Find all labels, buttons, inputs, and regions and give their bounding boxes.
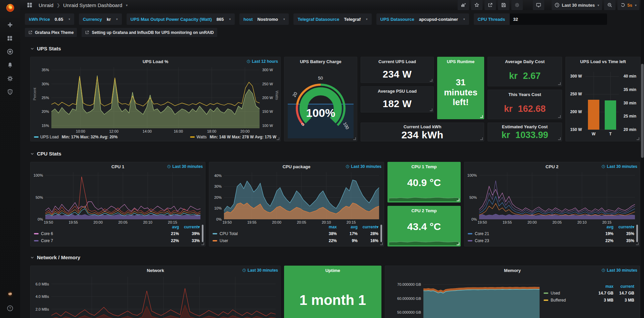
user-avatar[interactable] (4, 290, 16, 299)
explore-icon[interactable] (4, 47, 16, 56)
network-chart: 6.0 MBs4.0 MBs2.0 MBs (51, 277, 276, 318)
link-grafana-plex-theme[interactable]: Grafana Plex Theme (25, 28, 77, 37)
panel-ups-load-percent: UPS Load % Last 12 hours Percent Watts 3… (30, 57, 281, 141)
time-range-badge[interactable]: Last 30 minutes (242, 268, 278, 273)
legend-sort-header[interactable]: max (316, 225, 337, 229)
panel-title[interactable]: This Years Cost (508, 92, 541, 97)
panel-title[interactable]: Network (147, 268, 164, 273)
variable-ups-datasource[interactable]: UPS Datasource apcupsd-container▾ (376, 13, 469, 25)
legend-sort-header[interactable]: avg (158, 225, 179, 229)
legend-sort-header[interactable]: avg (337, 225, 358, 229)
share-dashboard-button[interactable] (485, 0, 496, 10)
scrollbar-thumb[interactable] (641, 64, 644, 158)
add-panel-button[interactable] (458, 0, 469, 10)
variable-kwh-price[interactable]: kWh Price 0.65▾ (25, 13, 74, 25)
section-network-memory[interactable]: Network / Memory (30, 255, 634, 260)
series-color-marker (544, 292, 548, 294)
legend-series-toggle[interactable]: Core 7 (41, 238, 158, 243)
time-range-badge[interactable]: Last 30 minutes (601, 268, 637, 273)
link-ups-monitoring-guide[interactable]: Setting up Grafana and InfluxDB for UPS … (82, 28, 217, 37)
cycle-view-mode-button[interactable] (533, 0, 544, 10)
caret-down-icon: ▾ (229, 17, 231, 21)
panel-title[interactable]: Estimated Yearly Cost (502, 124, 548, 129)
legend-scrollbar[interactable] (380, 225, 382, 242)
legend-scrollbar[interactable] (202, 225, 203, 242)
y-axis-tick: 30 min (624, 101, 636, 105)
configuration-gear-icon[interactable] (4, 74, 16, 83)
breadcrumb-folder[interactable]: Unraid (39, 2, 53, 8)
panel-title[interactable]: UPS Load vs Time left (580, 59, 626, 64)
legend-sort-header[interactable]: current▾ (358, 225, 378, 229)
time-range-badge[interactable]: Last 30 minutes (601, 164, 637, 169)
variable-currency[interactable]: Currency kr▾ (79, 13, 122, 25)
breadcrumb-dashboard-title[interactable]: Unraid System Dashboard (63, 2, 122, 8)
star-dashboard-button[interactable] (471, 0, 482, 10)
create-icon[interactable] (4, 20, 16, 29)
page-scrollbar[interactable] (641, 0, 644, 318)
section-cpu-stats[interactable]: CPU Stats (30, 151, 634, 156)
server-admin-shield-icon[interactable] (4, 88, 16, 96)
panel-title[interactable]: CPU 2 Temp (411, 208, 437, 213)
zoom-out-time-button[interactable] (604, 0, 615, 10)
variable-ups-max-output[interactable]: UPS Max Output Power Capacity (Watt) 865… (127, 13, 235, 25)
variable-telegraf-datasource[interactable]: Telegraf Datasource Telegraf▾ (293, 13, 371, 25)
save-dashboard-button[interactable] (498, 0, 509, 10)
stat-value: 234 W (383, 69, 412, 80)
legend-sort-header[interactable]: current▾ (179, 225, 200, 229)
cpu-threads-input[interactable]: 32 (510, 13, 607, 25)
legend-series-toggle[interactable]: Core 23 (475, 238, 593, 243)
legend-series-toggle[interactable]: UPS Load (40, 135, 59, 139)
y-axis-tick: 0% (216, 217, 222, 221)
refresh-button[interactable]: 5s ▾ (617, 0, 640, 10)
time-range-picker[interactable]: Last 30 minutes ▾ (552, 0, 602, 10)
panel-title[interactable]: CPU 1 Temp (411, 164, 437, 169)
legend-scrollbar[interactable] (636, 225, 638, 242)
panel-title[interactable]: CPU package (282, 164, 310, 169)
uptime-value: 1 month 1 (284, 292, 381, 308)
legend-sort-header[interactable]: max (593, 284, 613, 289)
panel-title[interactable]: Memory (504, 268, 521, 273)
dashboard-grid-icon[interactable] (24, 1, 36, 9)
legend-sort-header[interactable]: avg (593, 225, 613, 229)
help-icon[interactable] (4, 304, 16, 313)
chevron-down-icon (30, 152, 34, 156)
legend-series-toggle[interactable]: Core 21 (475, 231, 593, 236)
legend-series-toggle[interactable]: User (220, 238, 316, 243)
time-range-badge[interactable]: Last 30 minutes (167, 164, 203, 169)
panel-title[interactable]: Uptime (325, 268, 340, 273)
battery-gauge: 0 20 50 100 100% (288, 66, 354, 138)
panel-title[interactable]: UPS Runtime (447, 59, 474, 64)
ups-stats-row: UPS Load % Last 12 hours Percent Watts 3… (30, 57, 634, 141)
panel-this-years-cost: This Years Cost kr162.68 (488, 90, 562, 119)
panel-title[interactable]: Current UPS Load (378, 59, 416, 64)
legend-sort-header[interactable]: current▾ (613, 225, 634, 229)
panel-title[interactable]: CPU 1 (111, 164, 124, 169)
legend-series-toggle[interactable]: CPU Total (220, 231, 316, 236)
panel-title[interactable]: Current Load kWh (404, 124, 442, 129)
time-range-badge[interactable]: Last 12 hours (246, 59, 278, 64)
panel-title[interactable]: CPU 2 (546, 164, 558, 169)
dashboard-settings-button[interactable] (511, 0, 523, 10)
variable-label: host (243, 17, 252, 22)
y-axis-tick: 300 W (570, 74, 582, 79)
legend-sort-header[interactable]: current (613, 284, 634, 289)
dashboards-icon[interactable] (4, 34, 16, 43)
grafana-logo[interactable] (0, 0, 20, 16)
legend-series-toggle[interactable]: Used (551, 291, 593, 296)
section-ups-stats[interactable]: UPS Stats (30, 46, 634, 51)
dashboard-switch-caret-icon[interactable]: ▾ (126, 3, 128, 7)
panel-current-ups-load: Current UPS Load 234 W (361, 57, 434, 83)
alerting-bell-icon[interactable] (4, 61, 16, 70)
time-range-badge[interactable]: Last 30 minutes (346, 164, 381, 169)
panel-title[interactable]: UPS Battery Charge (300, 59, 341, 64)
cpu1-chart: 100%50%0%19:5019:5520:0020:0520:1020:15 (45, 172, 200, 225)
variable-host[interactable]: host Nostromo▾ (239, 13, 289, 25)
legend-series-toggle[interactable]: Core 6 (41, 231, 158, 236)
legend-series-toggle[interactable]: Watts (196, 135, 206, 139)
panel-title[interactable]: UPS Load % (143, 59, 169, 64)
panel-title[interactable]: Average PSU Load (378, 89, 417, 94)
panel-cpu2-temp: CPU 2 Temp 43.4 °C (387, 206, 461, 246)
legend-series-toggle[interactable]: Buffered (551, 298, 593, 303)
panel-current-load-kwh: Current Load kWh 234 kWh (361, 123, 484, 141)
panel-title[interactable]: Average Daily Cost (505, 59, 545, 64)
